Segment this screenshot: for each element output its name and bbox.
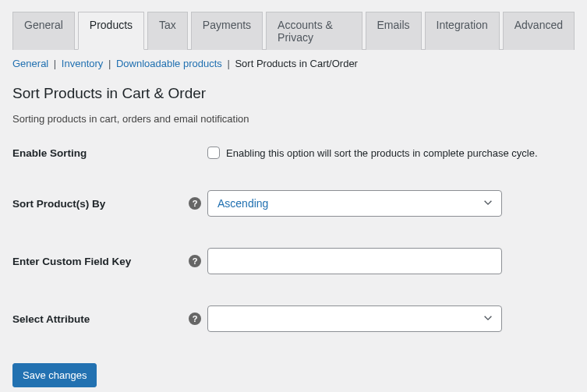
- subnav-link-general[interactable]: General: [12, 58, 48, 69]
- save-button[interactable]: Save changes: [12, 363, 97, 387]
- enable-sorting-text: Enabling this option will sort the produ…: [226, 147, 538, 159]
- attribute-select[interactable]: [207, 305, 502, 332]
- sort-by-select[interactable]: Ascending: [207, 190, 502, 217]
- sort-by-value: Ascending: [217, 197, 268, 210]
- subsection-nav: General | Inventory | Downloadable produ…: [12, 58, 575, 69]
- page-description: Sorting products in cart, orders and ema…: [12, 113, 575, 125]
- tab-advanced[interactable]: Advanced: [503, 12, 575, 50]
- tab-tax[interactable]: Tax: [147, 12, 188, 50]
- row-sort-by: Sort Product(s) By ? Ascending: [12, 190, 575, 217]
- primary-tabs: GeneralProductsTaxPaymentsAccounts & Pri…: [12, 11, 575, 50]
- subnav-link-inventory[interactable]: Inventory: [62, 58, 103, 69]
- row-select-attribute: Select Attribute ?: [12, 305, 575, 332]
- subnav-link-downloadable-products[interactable]: Downloadable products: [116, 58, 222, 69]
- help-icon[interactable]: ?: [189, 255, 201, 267]
- tab-emails[interactable]: Emails: [366, 12, 422, 50]
- label-sort-by: Sort Product(s) By: [12, 198, 189, 210]
- chevron-down-icon: [483, 313, 493, 326]
- chevron-down-icon: [483, 197, 493, 210]
- row-enable-sorting: Enable Sorting Enabling this option will…: [12, 147, 575, 159]
- label-custom-field: Enter Custom Field Key: [12, 256, 189, 267]
- label-enable-sorting: Enable Sorting: [12, 147, 189, 159]
- tab-integration[interactable]: Integration: [425, 12, 500, 50]
- label-select-attribute: Select Attribute: [12, 313, 189, 325]
- row-custom-field: Enter Custom Field Key ?: [12, 248, 575, 274]
- subnav-current: Sort Products in Cart/Order: [235, 58, 358, 69]
- help-icon[interactable]: ?: [189, 197, 201, 210]
- help-icon[interactable]: ?: [189, 313, 201, 325]
- subnav-separator: |: [105, 58, 114, 69]
- subnav-separator: |: [225, 58, 233, 69]
- checkbox-field-enable: Enabling this option will sort the produ…: [207, 147, 575, 159]
- tab-general[interactable]: General: [12, 12, 75, 50]
- tab-products[interactable]: Products: [78, 12, 144, 50]
- subnav-separator: |: [51, 58, 59, 69]
- page-title: Sort Products in Cart & Order: [12, 85, 575, 102]
- enable-sorting-checkbox[interactable]: [207, 147, 220, 159]
- tab-accounts-privacy[interactable]: Accounts & Privacy: [266, 12, 362, 50]
- custom-field-input[interactable]: [207, 248, 502, 274]
- tab-payments[interactable]: Payments: [191, 12, 263, 50]
